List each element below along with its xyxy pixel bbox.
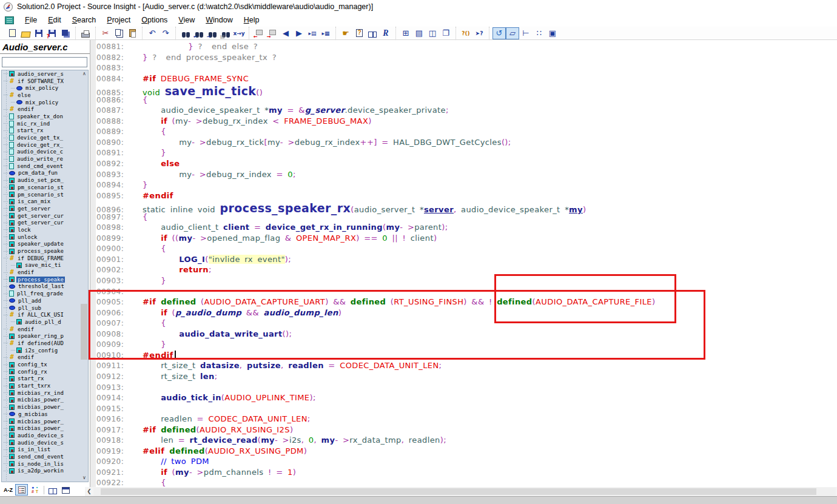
symbol-item-config-rx[interactable]: config_rx: [2, 368, 88, 375]
save-all-button[interactable]: [59, 27, 72, 39]
symbol-item-g-micbias[interactable]: g_micbias: [2, 411, 88, 418]
code-line-00922[interactable]: 00922: {: [96, 478, 655, 487]
symbol-item-if-software-tx[interactable]: #if SOFTWARE_TX: [2, 78, 88, 85]
incremental-search-forward-button[interactable]: →: [266, 27, 279, 39]
find-button[interactable]: [179, 27, 192, 39]
cascade-windows-button[interactable]: ❐: [439, 27, 452, 39]
symbol-item-endif[interactable]: #endif: [2, 269, 88, 276]
relation-window-button[interactable]: R: [379, 27, 392, 39]
symbol-item-micbias-power-[interactable]: micbias_power_: [2, 418, 88, 425]
menu-edit[interactable]: Edit: [42, 15, 67, 25]
code-line-00903[interactable]: 00903: }: [96, 276, 655, 287]
context-window-toggle-button[interactable]: ↺: [492, 27, 506, 39]
code-line-00901[interactable]: 00901: LOG_I("invlide rx event");: [96, 255, 655, 266]
symbol-list-view-button[interactable]: [15, 484, 28, 496]
code-line-00883[interactable]: 00883:: [96, 63, 655, 74]
go-forward-button[interactable]: ▶: [292, 27, 306, 39]
symbol-item-audio-device-s[interactable]: audio_device_s: [2, 439, 88, 446]
menu-search[interactable]: Search: [67, 15, 102, 25]
symbol-item-device-get-tx-[interactable]: device_get_tx_: [2, 134, 88, 141]
symbol-item-pll-sub[interactable]: pll_sub: [2, 304, 88, 312]
symbol-item-process-speake[interactable]: process_speake: [2, 247, 88, 255]
symbol-item-threshold-last[interactable]: threshold_last: [2, 283, 88, 291]
symbol-item-get-server[interactable]: get_server: [2, 205, 88, 212]
symbol-item-if-all-clk-usi[interactable]: #if ALL_CLK_USI: [2, 311, 88, 318]
help-window-button[interactable]: ▣: [546, 27, 559, 39]
symbol-item-audio-server-s[interactable]: audio_server_s: [2, 70, 88, 78]
symbol-item-speaker-ring-p[interactable]: speaker_ring_p: [2, 332, 88, 340]
symbol-item-start-txrx[interactable]: start_txrx: [2, 382, 88, 389]
editor-selection-margin[interactable]: [90, 40, 96, 487]
redo-button[interactable]: ↷: [159, 27, 172, 39]
paste-button[interactable]: [126, 27, 139, 39]
scroll-left-arrow-icon[interactable]: [85, 487, 93, 496]
print-button[interactable]: [79, 27, 92, 39]
code-line-00921[interactable]: 00921: if (my- >pdm_channels ! = 1): [96, 468, 655, 479]
menu-view[interactable]: View: [173, 15, 200, 25]
find-previous-button[interactable]: ←: [192, 27, 206, 39]
code-line-00909[interactable]: 00909: }: [96, 340, 655, 351]
code-editor[interactable]: 00881: } ? end else ?00882:} ? end proce…: [90, 40, 837, 487]
code-line-00913[interactable]: 00913:: [96, 383, 655, 394]
symbol-item-device-get-rx-[interactable]: device_get_rx_: [2, 141, 88, 149]
symbol-item-send-cmd-event[interactable]: send_cmd_event: [2, 163, 88, 170]
help-pointer-button[interactable]: ➤?: [472, 27, 486, 39]
symbol-item-mix-policy[interactable]: mix_policy: [2, 84, 88, 92]
code-line-00893[interactable]: 00893: my- >debug_rx_index = 0;: [96, 170, 655, 181]
symbol-item-is-can-mix[interactable]: is_can_mix: [2, 198, 88, 205]
code-line-00908[interactable]: 00908: audio_data_write_uart();: [96, 329, 655, 340]
replace-button[interactable]: x→y: [232, 27, 246, 39]
relation-outline-button[interactable]: ∷: [533, 27, 546, 39]
menu-options[interactable]: Options: [136, 15, 173, 25]
symbol-info-button[interactable]: [352, 27, 366, 39]
symbol-item-endif[interactable]: #endif: [2, 326, 88, 333]
symbol-item-micbias-power-[interactable]: micbias_power_: [2, 403, 88, 411]
code-line-00895[interactable]: 00895:#endif: [96, 191, 655, 202]
symbol-item-speaker-update[interactable]: speaker_update: [2, 241, 88, 248]
relation-graph-toggle-button[interactable]: ▱: [506, 27, 519, 39]
code-line-00920[interactable]: 00920: // two PDM: [96, 457, 655, 468]
symbol-item-micbias-rx-ind[interactable]: micbias_rx_ind: [2, 389, 88, 397]
copy-button[interactable]: [112, 27, 126, 39]
symbol-item-save-mic-ti[interactable]: save_mic_ti: [2, 262, 88, 269]
sort-alphabetic-button[interactable]: A-Z: [2, 484, 15, 496]
symbol-item-is-a2dp-workin[interactable]: is_a2dp_workin: [2, 468, 88, 475]
menu-window[interactable]: Window: [200, 15, 238, 25]
go-back-button[interactable]: ◀: [279, 27, 292, 39]
editor-horizontal-scrollbar[interactable]: [85, 487, 837, 496]
symbol-item-process-speake[interactable]: process_speake: [2, 276, 88, 283]
code-line-00900[interactable]: 00900: {: [96, 244, 655, 255]
code-line-00896[interactable]: 00896:static inline void process_speaker…: [96, 201, 655, 212]
symbol-item-if-debug-frame[interactable]: #if DEBUG_FRAME: [2, 255, 88, 262]
code-line-00915[interactable]: 00915:: [96, 404, 655, 415]
symbol-type-filter-button[interactable]: ●▪#T: [29, 484, 41, 496]
symbol-item-get-server-cur[interactable]: get_server_cur: [2, 219, 88, 226]
jump-to-reference-button[interactable]: ▸▦: [319, 27, 332, 39]
code-line-00906[interactable]: 00906: if (p_audio_dump && audio_dump_le…: [96, 308, 655, 319]
symbol-search-input[interactable]: [2, 57, 87, 67]
symbol-item-start-rx[interactable]: start_rx: [2, 127, 88, 135]
browse-symbol-button[interactable]: ☛: [339, 27, 352, 39]
code-line-00881[interactable]: 00881: } ? end else ?: [96, 42, 655, 53]
code-line-00892[interactable]: 00892: else: [96, 159, 655, 170]
symbol-item-if-defined-aud[interactable]: #if defined(AUD: [2, 340, 88, 347]
symbol-item-pm-scenario-st[interactable]: pm_scenario_st: [2, 184, 88, 191]
code-line-00891[interactable]: 00891: }: [96, 148, 655, 159]
symbol-item-micbias-power-[interactable]: micbias_power_: [2, 425, 88, 432]
symbol-item-start-rx[interactable]: start_rx: [2, 375, 88, 383]
symbol-item-mix-policy[interactable]: mix_policy: [2, 99, 88, 106]
code-line-00917[interactable]: 00917:#if defined(AUDIO_RX_USING_I2S): [96, 425, 655, 436]
horizontal-scroll-track[interactable]: [93, 488, 836, 496]
symbol-item-audio-pll-d[interactable]: audio_pll_d: [2, 318, 88, 326]
menu-project[interactable]: Project: [101, 15, 136, 25]
symbol-item-config-tx[interactable]: config_tx: [2, 361, 88, 368]
symbol-list-scroll-thumb[interactable]: [81, 304, 87, 360]
code-line-00894[interactable]: 00894:}: [96, 180, 655, 191]
code-line-00899[interactable]: 00899: if ((my- >opened_map_flag & OPEN_…: [96, 234, 655, 244]
symbol-item-is-node-in-lis[interactable]: is_node_in_lis: [2, 460, 88, 468]
symbol-item-is-in-list[interactable]: is_in_list: [2, 446, 88, 453]
horizontal-scroll-thumb[interactable]: [101, 488, 816, 495]
find-next-button[interactable]: →: [206, 27, 219, 39]
cut-button[interactable]: ✂: [99, 27, 112, 39]
symbol-item-mic-rx-ind[interactable]: mic_rx_ind: [2, 120, 88, 127]
